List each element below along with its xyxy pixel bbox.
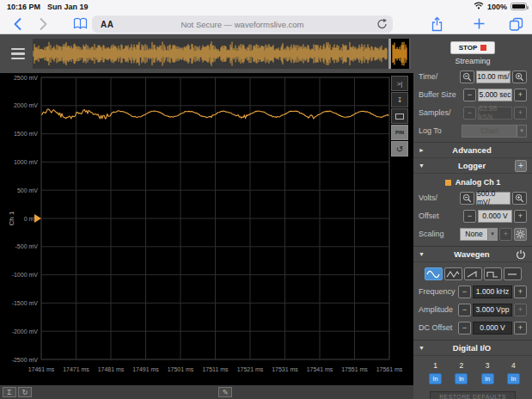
- volts-per-div-input[interactable]: 500.0 mV/: [476, 192, 511, 205]
- logger-section-header[interactable]: ▼ Logger +: [413, 158, 532, 174]
- digital-ch2-direction-button[interactable]: In: [455, 373, 468, 384]
- digital-io-section-header[interactable]: ▼ Digital I/O: [413, 341, 532, 356]
- time-zoom-in-icon[interactable]: [512, 71, 527, 83]
- digital-channel-1: 1 In: [429, 361, 442, 384]
- offset-row: Offset − 0.000 V +: [419, 209, 527, 223]
- buffer-preview-strip[interactable]: [33, 39, 411, 69]
- pin-button[interactable]: PIN: [391, 125, 408, 140]
- app-header: [0, 34, 413, 73]
- digital-ch1-direction-button[interactable]: In: [429, 373, 442, 384]
- square-wave-button[interactable]: [484, 267, 502, 280]
- refresh-icon[interactable]: ↻: [18, 387, 32, 397]
- offset-input[interactable]: 0.000 V: [478, 210, 512, 223]
- amplitude-input[interactable]: 3.000 Vpp: [473, 304, 512, 316]
- amplitude-row: Amplitude − 3.000 Vpp +: [419, 303, 527, 316]
- samples-label: Samples/: [419, 108, 463, 117]
- scaling-dropdown[interactable]: None ▾: [460, 228, 498, 241]
- chevron-down-icon: ▾: [517, 126, 526, 137]
- digital-channel-4: 4 In: [507, 361, 520, 384]
- expanded-triangle-icon: ▼: [419, 251, 429, 257]
- digital-channel-2: 2 In: [455, 361, 468, 384]
- url-text: Not Secure — waveformslive.com: [92, 20, 393, 29]
- svg-text:17561 ms: 17561 ms: [376, 366, 403, 372]
- digital-ch3-direction-button[interactable]: In: [481, 373, 494, 384]
- dc-offset-decrement-button[interactable]: −: [458, 322, 471, 335]
- buffer-decrement-button[interactable]: −: [463, 89, 476, 101]
- time-label: Time/: [419, 72, 460, 81]
- sine-wave-button[interactable]: [425, 267, 443, 280]
- amplitude-decrement-button[interactable]: −: [458, 304, 471, 316]
- annotate-icon[interactable]: ✎: [218, 387, 232, 397]
- svg-text:-1500 mV: -1500 mV: [12, 300, 39, 306]
- svg-text:Ch 1: Ch 1: [8, 211, 15, 225]
- svg-text:17531 ms: 17531 ms: [272, 366, 298, 372]
- export-download-icon[interactable]: ↧: [391, 92, 408, 107]
- digital-channels: 1 In 2 In 3 In 4 In: [413, 361, 532, 384]
- digital-ch4-direction-button[interactable]: In: [507, 373, 520, 384]
- svg-text:17491 ms: 17491 ms: [132, 366, 159, 372]
- volts-zoom-in-icon[interactable]: [512, 192, 527, 205]
- svg-text:17471 ms: 17471 ms: [63, 366, 89, 372]
- frequency-increment-button[interactable]: +: [514, 285, 527, 298]
- back-button[interactable]: [9, 17, 26, 31]
- clock: 10:16 PM: [7, 3, 40, 11]
- chart-side-buttons: >| ↧ PIN ↺: [391, 76, 408, 157]
- bookmarks-icon[interactable]: [70, 17, 89, 30]
- scaling-add-button: +: [499, 228, 512, 241]
- instrument-panel: STOP Streaming Time/ 10.00 ms/ Buffer Si…: [413, 34, 532, 399]
- triangle-wave-button[interactable]: [444, 267, 462, 280]
- frequency-row: Frequency − 1.000 kHz +: [419, 285, 527, 298]
- sawtooth-wave-button[interactable]: [464, 267, 482, 280]
- date: Sun Jan 19: [47, 3, 89, 11]
- logger-chart[interactable]: 17461 ms17471 ms17481 ms17491 ms17501 ms…: [0, 73, 413, 385]
- volts-per-div-row: Volts/ 500.0 mV/: [419, 191, 527, 205]
- scroll-to-latest-icon[interactable]: >|: [391, 76, 408, 91]
- time-per-div-input[interactable]: 10.00 ms/: [476, 71, 511, 83]
- share-icon[interactable]: [427, 16, 446, 32]
- restore-defaults-button[interactable]: RESTORE DEFAULTS: [430, 391, 516, 399]
- scaling-gear-icon[interactable]: [514, 228, 527, 241]
- buffer-increment-button[interactable]: +: [514, 89, 527, 101]
- dc-wave-button[interactable]: [504, 267, 522, 280]
- rectangle-icon: [395, 114, 404, 120]
- ios-status-bar: 10:16 PM Sun Jan 19 100%: [0, 0, 532, 13]
- add-logger-channel-button[interactable]: +: [515, 160, 527, 172]
- expanded-triangle-icon: ▼: [419, 163, 429, 169]
- samples-input: 63.98 kS/s: [478, 107, 512, 120]
- browser-chrome: 10:16 PM Sun Jan 19 100% AA Not Secure —…: [0, 0, 532, 34]
- svg-text:17501 ms: 17501 ms: [168, 366, 194, 372]
- fit-view-icon[interactable]: [391, 108, 408, 124]
- scaling-row: Scaling None ▾ +: [419, 227, 527, 241]
- forward-button[interactable]: [34, 17, 52, 31]
- reload-icon[interactable]: [376, 18, 388, 34]
- buffer-size-input[interactable]: 5.000 sec: [478, 89, 512, 101]
- advanced-section-header[interactable]: ► Advanced: [413, 143, 532, 158]
- time-zoom-out-icon[interactable]: [460, 71, 474, 83]
- svg-text:17521 ms: 17521 ms: [237, 366, 264, 372]
- frequency-decrement-button[interactable]: −: [458, 285, 471, 298]
- history-icon[interactable]: ↺: [391, 141, 408, 157]
- tabs-icon[interactable]: [505, 17, 526, 31]
- buffer-preview-waveform[interactable]: [33, 39, 411, 69]
- math-sigma-icon[interactable]: Σ: [3, 387, 16, 397]
- volts-zoom-out-icon[interactable]: [460, 192, 474, 205]
- address-bar[interactable]: AA Not Secure — waveformslive.com: [92, 15, 393, 33]
- svg-text:2000 mV: 2000 mV: [14, 102, 38, 108]
- log-to-dropdown: Chart ▾: [462, 125, 527, 138]
- channel-color-swatch: [445, 180, 451, 186]
- stop-button[interactable]: STOP: [450, 41, 495, 54]
- frequency-input[interactable]: 1.000 kHz: [473, 285, 512, 298]
- dc-offset-increment-button[interactable]: +: [514, 322, 527, 335]
- wavegen-section-header[interactable]: ▼ Wavegen: [413, 247, 532, 262]
- offset-decrement-button[interactable]: −: [463, 210, 476, 223]
- menu-icon[interactable]: [8, 45, 28, 63]
- new-tab-icon[interactable]: [469, 17, 488, 30]
- chart-canvas[interactable]: 17461 ms17471 ms17481 ms17491 ms17501 ms…: [0, 73, 413, 385]
- svg-text:-1000 mV: -1000 mV: [12, 272, 39, 278]
- dc-offset-row: DC Offset − 0.000 V +: [419, 321, 527, 335]
- dc-offset-input[interactable]: 0.000 V: [473, 322, 512, 335]
- offset-increment-button[interactable]: +: [514, 210, 527, 223]
- wavegen-power-icon[interactable]: [515, 249, 527, 261]
- chevron-down-icon: ▾: [487, 229, 497, 240]
- svg-text:2500 mV: 2500 mV: [14, 75, 38, 81]
